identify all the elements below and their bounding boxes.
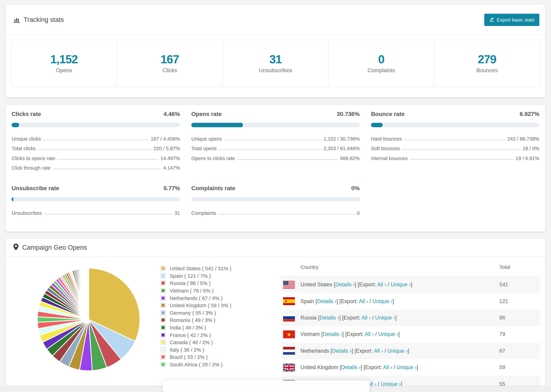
export-all-link[interactable]: All › — [359, 298, 368, 304]
rate-detail-label: Unsubscribes — [12, 210, 42, 216]
export-unique-link[interactable]: Unique › — [387, 348, 407, 354]
rates-card: Clicks rate 4.46% Unique clicks 167 / 4.… — [6, 105, 545, 232]
geo-pie-legend: United States ( 541 / 31% ) Spain ( 121 … — [161, 265, 231, 368]
geo-opens-header: Campaign Geo Opens — [6, 239, 545, 257]
rate-section: Bounce rate 6.927% Hard bounces 242 / 86… — [371, 111, 539, 171]
rate-title: Opens rate — [191, 111, 222, 118]
rate-detail-label: Hard bounces — [371, 136, 402, 141]
country-total: 86 — [499, 315, 505, 321]
legend-label: France ( 42 / 2% ) — [170, 332, 211, 338]
rate-detail-label: Opens to clicks rate — [191, 155, 235, 161]
legend-swatch — [161, 288, 166, 293]
rate-title: Complaints rate — [191, 185, 235, 192]
rate-detail-label: Click through rate — [12, 165, 50, 171]
export-all-link[interactable]: All › — [377, 281, 386, 287]
legend-swatch — [161, 295, 166, 301]
export-unique-link[interactable]: Unique › — [397, 364, 417, 370]
rate-value: 6.927% — [520, 111, 539, 118]
stat-label: Bounces — [476, 67, 498, 73]
export-basic-stats-button[interactable]: Export basic stats — [484, 14, 539, 26]
stat-box: 279 Bounces — [434, 40, 540, 87]
geo-table-row: Spain [Details ›] [Export: All › / Uniqu… — [281, 293, 540, 309]
details-link[interactable]: Details › — [332, 348, 352, 354]
rate-detail-row: Total opens 2,303 / 61.446% — [191, 141, 360, 151]
rate-detail-value: 31 — [175, 210, 180, 216]
geo-pie-chart[interactable] — [35, 266, 142, 373]
details-link[interactable]: Details › — [341, 364, 361, 370]
export-all-link[interactable]: All › — [374, 348, 383, 354]
legend-swatch — [161, 310, 166, 315]
rates-grid: Clicks rate 4.46% Unique clicks 167 / 4.… — [12, 111, 539, 216]
rate-detail-value: 0 — [357, 210, 360, 216]
geo-table-row: United Kingdom [Details ›] [Export: All … — [281, 359, 540, 376]
legend-swatch — [161, 347, 166, 352]
export-unique-link[interactable]: Unique › — [381, 381, 401, 386]
rate-progress-fill — [12, 197, 13, 202]
dotted-leader — [219, 149, 321, 150]
rate-detail-label: Unique opens — [191, 136, 222, 141]
legend-label: Canada ( 40 / 2% ) — [170, 339, 213, 345]
tracking-stats-title-text: Tracking stats — [24, 16, 64, 23]
dotted-leader — [410, 159, 513, 160]
legend-swatch — [161, 332, 166, 337]
stat-box: 31 Unsubscribes — [222, 40, 328, 87]
bottom-overlay-element — [162, 380, 370, 392]
geo-opens-body: United States ( 541 / 31% ) Spain ( 121 … — [6, 257, 545, 386]
legend-label: India ( 46 / 3% ) — [170, 325, 206, 330]
rate-progress-fill — [371, 123, 383, 127]
legend-label: Spain ( 121 / 7% ) — [170, 273, 211, 279]
rate-section: Unsubscribe rate 0.77% Unsubscribes 31 — [12, 185, 180, 216]
rate-section: Opens rate 30.736% Unique opens 1,152 / … — [191, 111, 360, 171]
map-pin-icon — [13, 243, 19, 252]
rate-progress-track — [12, 197, 180, 202]
dotted-leader — [43, 139, 148, 140]
legend-swatch — [161, 362, 166, 367]
details-link[interactable]: Details › — [323, 331, 342, 337]
export-unique-link[interactable]: Unique › — [391, 281, 411, 287]
country-flag-icon-es — [283, 297, 295, 305]
export-all-link[interactable]: All › — [383, 364, 392, 370]
rate-detail-value: 1,152 / 30.736% — [324, 136, 360, 141]
legend-label: Romania ( 49 / 3% ) — [170, 317, 215, 323]
rate-detail-row: Complaints 0 — [191, 206, 360, 216]
legend-swatch — [161, 273, 166, 279]
details-link[interactable]: Details › — [320, 315, 339, 321]
export-all-link[interactable]: All › — [365, 331, 374, 337]
rate-detail-value: 220 / 5.87% — [154, 146, 180, 151]
rate-value: 0.77% — [164, 185, 180, 192]
rate-detail-value: 167 / 4.456% — [151, 136, 180, 141]
export-all-link[interactable]: All › — [361, 315, 371, 321]
details-link[interactable]: Details › — [335, 281, 355, 287]
dotted-leader — [58, 159, 158, 160]
rate-value: 4.46% — [164, 111, 180, 118]
rate-detail-value: 689.82% — [340, 155, 360, 161]
legend-swatch — [161, 318, 166, 323]
rate-detail-label: Total clicks — [12, 146, 35, 151]
geo-table-row: Vietnam [Details ›] [Export: All › / Uni… — [281, 326, 540, 343]
legend-swatch — [161, 325, 166, 330]
legend-item: Brazil ( 33 / 2% ) — [161, 353, 231, 361]
rate-detail-value: 19 / 6.81% — [516, 155, 539, 161]
legend-item: South Africa ( 29 / 2% ) — [161, 361, 231, 368]
rate-detail-value: 242 / 86.738% — [507, 136, 539, 141]
rate-progress-fill — [191, 123, 243, 127]
country-flag-icon-us — [283, 281, 295, 288]
details-link[interactable]: Details › — [317, 298, 337, 304]
rate-title: Bounce rate — [371, 111, 405, 118]
country-flag-icon-ru — [283, 314, 295, 322]
rate-detail-row: Soft bounces 18 / 0% — [371, 141, 539, 151]
export-unique-link[interactable]: Unique › — [375, 315, 395, 321]
export-unique-link[interactable]: Unique › — [373, 298, 393, 304]
legend-label: South Africa ( 29 / 2% ) — [170, 362, 223, 367]
stat-label: Clicks — [162, 67, 177, 73]
rate-detail-value: 2,303 / 61.446% — [324, 146, 360, 151]
geo-table-header-row: Country Total — [281, 258, 540, 276]
geo-opens-title: Campaign Geo Opens — [22, 244, 87, 251]
rate-progress-fill — [12, 123, 19, 127]
rate-detail-value: 14.497% — [161, 155, 180, 161]
rate-section: Clicks rate 4.46% Unique clicks 167 / 4.… — [12, 111, 180, 171]
geo-table-row: Russia [Details ›] [Export: All › / Uniq… — [281, 309, 540, 326]
geo-table-row: Netherlands [Details ›] [Export: All › /… — [281, 343, 540, 359]
rate-detail-label: Soft bounces — [371, 146, 400, 151]
export-unique-link[interactable]: Unique › — [378, 331, 398, 337]
